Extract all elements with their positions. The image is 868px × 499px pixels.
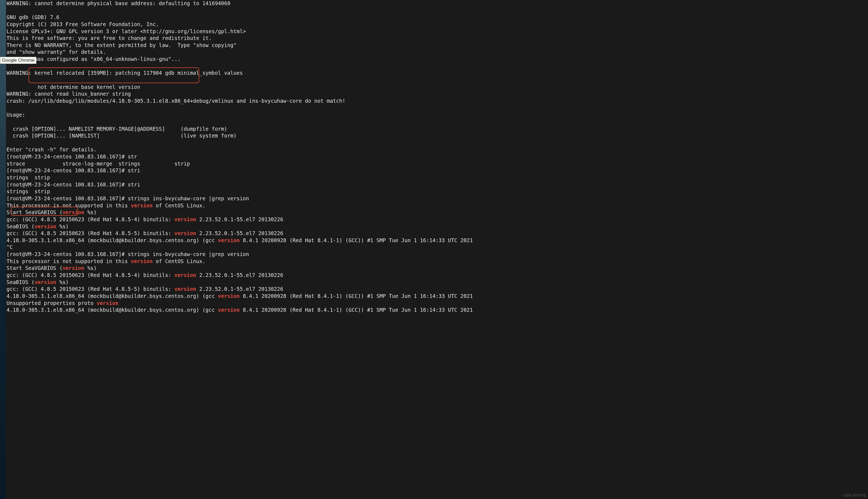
- grep-match: version: [131, 258, 153, 264]
- grep-match: version: [218, 293, 240, 299]
- terminal-text: of CentOS Linux.: [153, 203, 206, 208]
- terminal-line: License GPLv3+: GNU GPL version 3 or lat…: [7, 28, 867, 35]
- terminal-line: not determine base kernel version: [7, 84, 867, 91]
- terminal-text: Unsupported properties proto: [7, 300, 97, 306]
- terminal-line: strings strip: [7, 174, 867, 181]
- terminal-text: crash [OPTION]... NAMELIST MEMORY-IMAGE[…: [7, 126, 227, 132]
- terminal-text: [root@VM-23-24-centos 100.83.168.167]# s…: [7, 195, 249, 202]
- terminal-line: [7, 7, 867, 14]
- grep-match: version: [62, 265, 84, 271]
- terminal-text: Start SeaVGABIOS (: [7, 265, 62, 271]
- terminal-line: This processor is not supported in this …: [7, 258, 867, 265]
- terminal-text: GNU gdb (GDB) 7.6: [7, 14, 59, 20]
- terminal-text: License GPLv3+: GNU GPL version 3 or lat…: [7, 28, 246, 34]
- terminal-text: [7, 63, 10, 69]
- terminal-line: Usage:: [7, 111, 867, 119]
- terminal-line: crash [OPTION]... [NAMELIST] (live syste…: [7, 132, 867, 139]
- terminal-text: 4.18.0-305.3.1.el8.x86_64 (mockbuild@kbu…: [7, 237, 218, 243]
- terminal-line: [7, 63, 867, 70]
- grep-match: version: [174, 286, 196, 292]
- terminal-line: SeaBIOS (version %s): [7, 279, 867, 286]
- terminal-text: WARNING: cannot determine physical base …: [7, 0, 231, 6]
- terminal-text: [7, 105, 10, 111]
- terminal-text: gcc: (GCC) 4.8.5 20150623 (Red Hat 4.8.5…: [7, 216, 174, 222]
- terminal-line: and "show warranty" for details.: [7, 49, 867, 56]
- terminal-text: Usage:: [7, 112, 25, 118]
- terminal-text: [root@VM-23-24-centos 100.83.168.167]# s…: [7, 168, 140, 173]
- terminal-line: 4.18.0-305.3.1.el8.x86_64 (mockbuild@kbu…: [7, 237, 867, 244]
- terminal-text: There is NO WARRANTY, to the extent perm…: [7, 42, 236, 48]
- grep-match: version: [35, 223, 56, 229]
- terminal-text: %s): [84, 265, 97, 271]
- terminal-line: WARNING: kernel relocated [359MB]: patch…: [7, 70, 867, 77]
- terminal-text: of CentOS Linux.: [153, 258, 206, 264]
- terminal-line: crash [OPTION]... NAMELIST MEMORY-IMAGE[…: [7, 125, 867, 133]
- terminal-line: [root@VM-23-24-centos 100.83.168.167]# s…: [7, 167, 867, 174]
- terminal-line: [7, 139, 867, 146]
- terminal-line: WARNING: cannot read linux_banner string: [7, 90, 867, 98]
- terminal-line: ^C: [7, 244, 867, 251]
- terminal-text: WARNING: cannot read linux_banner string: [7, 91, 131, 97]
- terminal-line: Start SeaVGABIOS (version %s): [7, 265, 867, 272]
- terminal-line: This GDB was configured as "x86_64-unkno…: [7, 56, 867, 63]
- terminal-text: [7, 140, 10, 146]
- terminal-text: [7, 119, 10, 125]
- grep-match: version: [174, 272, 196, 278]
- terminal-text: %s): [56, 223, 69, 229]
- terminal-line: Unsupported properties proto version: [7, 300, 867, 307]
- terminal-line: There is NO WARRANTY, to the extent perm…: [7, 42, 867, 49]
- watermark: CSDN @李天瑞: [842, 493, 866, 498]
- grep-match: version: [97, 300, 119, 306]
- grep-match: version: [218, 237, 240, 243]
- terminal-text: gcc: (GCC) 4.8.5 20150623 (Red Hat 4.8.5…: [7, 286, 174, 292]
- terminal-text: crash [OPTION]... [NAMELIST] (live syste…: [7, 133, 236, 138]
- terminal-line: SeaBIOS (version %s): [7, 223, 867, 230]
- terminal-line: [root@VM-23-24-centos 100.83.168.167]# s…: [7, 251, 867, 258]
- grep-match: version: [131, 203, 153, 208]
- terminal-text: [root@VM-23-24-centos 100.83.168.167]# s…: [7, 182, 140, 187]
- terminal-text: %s): [56, 279, 69, 285]
- terminal-text: %s): [84, 209, 97, 215]
- terminal-line: [7, 77, 867, 84]
- terminal-line: [root@VM-23-24-centos 100.83.168.167]# s…: [7, 153, 867, 160]
- terminal-text: This is free software: you are free to c…: [7, 35, 212, 41]
- terminal-text: This processor is not supported in this: [7, 203, 131, 208]
- terminal-line: This processor is not supported in this …: [7, 202, 867, 209]
- terminal-text: Enter "crash -h" for details.: [7, 146, 97, 153]
- terminal-line: gcc: (GCC) 4.8.5 20150623 (Red Hat 4.8.5…: [7, 285, 867, 293]
- terminal-text: strace strace-log-merge strings strip: [7, 161, 190, 167]
- terminal-text: gcc: (GCC) 4.8.5 20150623 (Red Hat 4.8.5…: [7, 230, 174, 236]
- terminal-line: gcc: (GCC) 4.8.5 20150623 (Red Hat 4.8.5…: [7, 230, 867, 237]
- terminal-text: This processor is not supported in this: [7, 258, 131, 264]
- grep-match: version: [62, 209, 84, 215]
- terminal-text: Start SeaVGABIOS (: [7, 209, 62, 215]
- terminal-line: strings strip: [7, 188, 867, 195]
- terminal-line: Start SeaVGABIOS (version %s): [7, 209, 867, 216]
- terminal-text: [root@VM-23-24-centos 100.83.168.167]# s…: [7, 251, 249, 257]
- terminal-text: and "show warranty" for details.: [7, 49, 106, 55]
- terminal-line: crash: /usr/lib/debug/lib/modules/4.18.0…: [7, 98, 867, 105]
- grep-match: version: [218, 307, 240, 313]
- terminal-text: 8.4.1 20200928 (Red Hat 8.4.1-1) (GCC)) …: [240, 237, 473, 243]
- terminal-text: Copyright (C) 2013 Free Software Foundat…: [7, 21, 159, 27]
- grep-match: version: [174, 216, 196, 222]
- terminal-line: 4.18.0-305.3.1.el8.x86_64 (mockbuild@kbu…: [7, 293, 867, 300]
- terminal-line: gcc: (GCC) 4.8.5 20150623 (Red Hat 4.8.5…: [7, 272, 867, 279]
- terminal-text: [7, 77, 10, 83]
- terminal-text: 2.23.52.0.1-55.el7 20130226: [196, 286, 283, 292]
- terminal-text: 2.23.52.0.1-55.el7 20130226: [196, 272, 283, 278]
- terminal-line: [root@VM-23-24-centos 100.83.168.167]# s…: [7, 195, 867, 202]
- terminal-text: [7, 7, 10, 13]
- terminal-line: [7, 105, 867, 112]
- terminal-line: 4.18.0-305.3.1.el8.x86_64 (mockbuild@kbu…: [7, 307, 867, 314]
- terminal-line: Enter "crash -h" for details.: [7, 146, 867, 153]
- terminal-line: strace strace-log-merge strings strip: [7, 160, 867, 168]
- terminal-text: strings strip: [7, 188, 50, 194]
- terminal-text: SeaBIOS (: [7, 279, 35, 285]
- terminal-text: ^C: [7, 244, 13, 250]
- desktop-wallpaper-strip: [0, 0, 6, 499]
- terminal-line: WARNING: cannot determine physical base …: [7, 0, 867, 7]
- terminal-text: not determine base kernel version: [7, 84, 140, 90]
- terminal-line: [root@VM-23-24-centos 100.83.168.167]# s…: [7, 181, 867, 188]
- terminal-window[interactable]: WARNING: cannot determine physical base …: [6, 0, 868, 499]
